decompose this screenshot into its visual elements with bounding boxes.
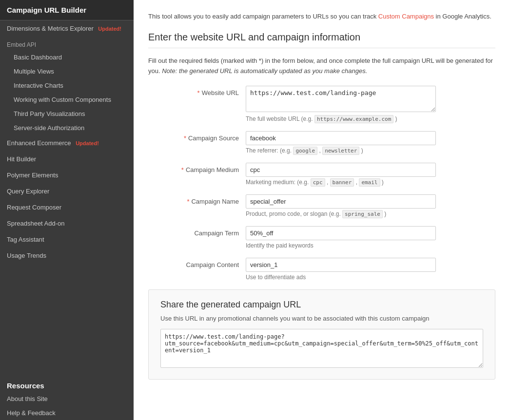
campaign-source-label: *Campaign Source — [148, 131, 246, 142]
sidebar-item-request-composer[interactable]: Request Composer — [0, 199, 134, 215]
website-url-input-col: The full website URL (e.g. https://www.e… — [246, 86, 495, 122]
sidebar-item-dimensions-metrics[interactable]: Dimensions & Metrics Explorer Updated! — [0, 20, 134, 37]
campaign-name-input-col: Product, promo code, or slogan (e.g. spr… — [246, 194, 495, 217]
sidebar-item-third-party[interactable]: Third Party Visualizations — [0, 107, 134, 121]
campaign-medium-hint: Marketing medium: (e.g. cpc , banner , e… — [246, 179, 436, 186]
campaign-content-label: Campaign Content — [148, 258, 246, 268]
campaign-content-row: Campaign Content Use to differentiate ad… — [148, 258, 495, 281]
sidebar-item-working-custom[interactable]: Working with Custom Components — [0, 93, 134, 107]
website-url-label: *Website URL — [148, 86, 246, 96]
sidebar-item-interactive-charts[interactable]: Interactive Charts — [0, 78, 134, 93]
campaign-term-label: Campaign Term — [148, 226, 246, 237]
campaign-medium-input-col: Marketing medium: (e.g. cpc , banner , e… — [246, 163, 495, 186]
sidebar-item-usage-trends[interactable]: Usage Trends — [0, 248, 134, 264]
campaign-medium-input[interactable] — [246, 163, 436, 177]
website-url-hint: The full website URL (e.g. https://www.e… — [246, 115, 436, 122]
sidebar-item-enhanced-ecommerce[interactable]: Enhanced Ecommerce Updated! — [0, 135, 134, 151]
sidebar-item-help-feedback[interactable]: Help & Feedback — [0, 406, 134, 420]
fill-instructions: Fill out the required fields (marked wit… — [148, 56, 495, 76]
generated-url-box: Share the generated campaign URL Use thi… — [148, 289, 495, 380]
intro-paragraph: This tool allows you to easily add campa… — [148, 12, 495, 22]
sidebar-item-spreadsheet-add-on[interactable]: Spreadsheet Add-on — [0, 215, 134, 231]
sidebar-item-multiple-views[interactable]: Multiple Views — [0, 64, 134, 78]
campaign-medium-row: *Campaign Medium Marketing medium: (e.g.… — [148, 163, 495, 186]
generated-url-description: Use this URL in any promotional channels… — [160, 315, 483, 322]
sidebar-title: Campaign URL Builder — [0, 0, 134, 20]
sidebar-item-polymer-elements[interactable]: Polymer Elements — [0, 167, 134, 183]
sidebar-section-embed-api: Embed API — [0, 37, 134, 50]
campaign-source-input-col: The referrer: (e.g. google , newsletter … — [246, 131, 495, 154]
campaign-medium-label: *Campaign Medium — [148, 163, 246, 173]
campaign-source-hint: The referrer: (e.g. google , newsletter … — [246, 147, 436, 154]
sidebar-item-hit-builder[interactable]: Hit Builder — [0, 151, 134, 167]
campaign-source-input[interactable] — [246, 131, 436, 145]
sidebar: Campaign URL Builder Dimensions & Metric… — [0, 0, 134, 420]
campaign-content-input[interactable] — [246, 258, 436, 272]
sidebar-item-about-this-site[interactable]: About this Site — [0, 392, 134, 406]
campaign-source-row: *Campaign Source The referrer: (e.g. goo… — [148, 131, 495, 154]
section-title: Enter the website URL and campaign infor… — [148, 32, 495, 48]
campaign-content-input-col: Use to differentiate ads — [246, 258, 495, 281]
generated-url-textarea[interactable] — [160, 329, 483, 368]
website-url-input[interactable] — [246, 86, 436, 112]
generated-url-title: Share the generated campaign URL — [160, 300, 483, 310]
sidebar-item-server-side[interactable]: Server-side Authorization — [0, 121, 134, 135]
campaign-name-input[interactable] — [246, 194, 436, 209]
campaign-term-hint: Identify the paid keywords — [246, 242, 436, 249]
sidebar-item-query-explorer[interactable]: Query Explorer — [0, 183, 134, 199]
campaign-content-hint: Use to differentiate ads — [246, 274, 436, 281]
campaign-term-input-col: Identify the paid keywords — [246, 226, 495, 249]
custom-campaigns-link[interactable]: Custom Campaigns — [378, 13, 434, 20]
campaign-name-label: *Campaign Name — [148, 194, 246, 205]
campaign-term-row: Campaign Term Identify the paid keywords — [148, 226, 495, 249]
main-content: This tool allows you to easily add campa… — [134, 0, 510, 420]
resources-header: Resources — [0, 377, 134, 392]
campaign-term-input[interactable] — [246, 226, 436, 240]
sidebar-resources-section: Resources About this Site Help & Feedbac… — [0, 372, 134, 420]
sidebar-item-basic-dashboard[interactable]: Basic Dashboard — [0, 50, 134, 64]
website-url-row: *Website URL The full website URL (e.g. … — [148, 86, 495, 122]
campaign-name-hint: Product, promo code, or slogan (e.g. spr… — [246, 210, 436, 217]
sidebar-item-tag-assistant[interactable]: Tag Assistant — [0, 231, 134, 248]
campaign-name-row: *Campaign Name Product, promo code, or s… — [148, 194, 495, 217]
